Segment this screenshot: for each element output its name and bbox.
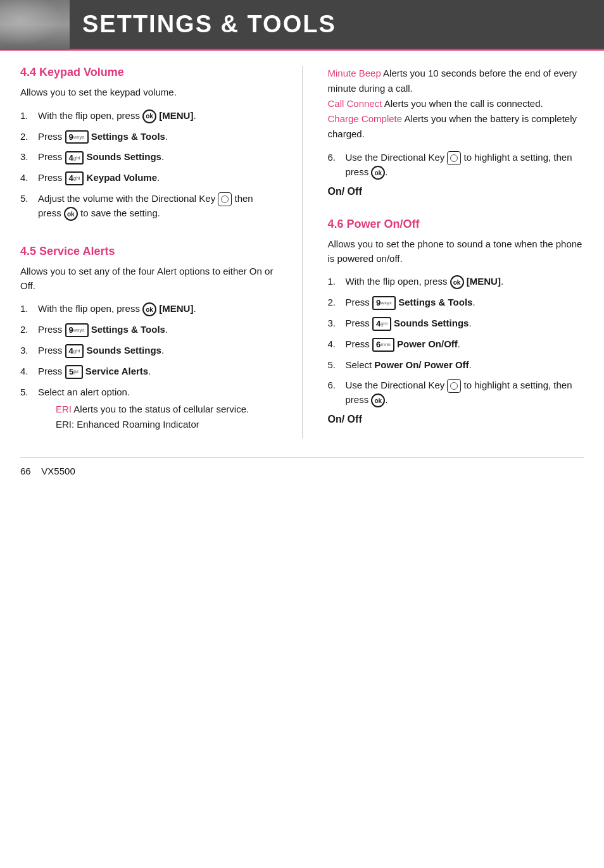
page-header: SETTINGS & TOOLS <box>0 0 604 51</box>
right-column: Minute Beep Alerts you 10 seconds before… <box>328 66 584 438</box>
step-45-2: 2. Press 9wxyz Settings & Tools. <box>20 323 277 337</box>
step-44-5: 5. Adjust the volume with the Directiona… <box>20 192 277 221</box>
key-9-45-badge: 9wxyz <box>65 323 89 337</box>
key-6-46-badge: 6mno <box>372 338 394 352</box>
directional-icon-46-6 <box>447 379 461 393</box>
step-45-4: 4. Press 5jkl Service Alerts. <box>20 364 277 379</box>
ok-icon-45-1: ok <box>142 302 156 316</box>
section-45-continuation: Minute Beep Alerts you 10 seconds before… <box>328 66 584 142</box>
ok-icon-46-6: ok <box>371 394 385 407</box>
section-45-heading: 4.5 Service Alerts <box>20 245 277 258</box>
section-46-desc: Allows you to set the phone to sound a t… <box>328 237 584 266</box>
step-44-3: 3. Press 4ghi Sounds Settings. <box>20 150 277 164</box>
section-44-desc: Allows you to set the keypad volume. <box>20 85 277 100</box>
section-46: 4.6 Power On/Off Allows you to set the p… <box>328 218 584 425</box>
key-4b-badge: 4ghi <box>65 171 84 185</box>
section-45-step6-list: 6. Use the Directional Key to highlight … <box>328 151 584 180</box>
key-4-46-badge: 4ghi <box>372 317 391 331</box>
header-image <box>0 0 70 50</box>
section-44-heading: 4.4 Keypad Volume <box>20 66 277 79</box>
step-44-4: 4. Press 4ghi Keypad Volume. <box>20 171 277 185</box>
alert-block: ERI Alerts you to the status of cellular… <box>56 402 277 432</box>
main-content: 4.4 Keypad Volume Allows you to set the … <box>0 51 604 457</box>
key-4-45-badge: 4ghi <box>65 344 84 358</box>
key-4-badge: 4ghi <box>65 151 84 165</box>
section-45: 4.5 Service Alerts Allows you to set any… <box>20 245 277 432</box>
directional-icon <box>218 192 232 206</box>
key-5-45-badge: 5jkl <box>65 365 83 379</box>
step-44-1: 1. With the flip open, press ok [MENU]. <box>20 109 277 123</box>
ok-icon: ok <box>142 109 156 123</box>
step-46-5: 5. Select Power On/ Power Off. <box>328 358 584 373</box>
section-45-steps: 1. With the flip open, press ok [MENU]. … <box>20 302 277 432</box>
on-off-46: On/ Off <box>328 414 584 425</box>
section-45-desc: Allows you to set any of the four Alert … <box>20 264 277 293</box>
section-44: 4.4 Keypad Volume Allows you to set the … <box>20 66 277 221</box>
page-title: SETTINGS & TOOLS <box>70 11 336 38</box>
call-connect-term: Call Connect <box>328 98 382 109</box>
section-46-heading: 4.6 Power On/Off <box>328 218 584 231</box>
step-46-3: 3. Press 4ghi Sounds Settings. <box>328 316 584 331</box>
on-off-45: On/ Off <box>328 186 584 197</box>
step-45-3: 3. Press 4ghi Sounds Settings. <box>20 344 277 358</box>
section-44-steps: 1. With the flip open, press ok [MENU]. … <box>20 109 277 221</box>
section-46-steps: 1. With the flip open, press ok [MENU]. … <box>328 275 584 407</box>
page-footer: 66 VX5500 <box>0 458 604 484</box>
step-44-2: 2. Press 9wxyz Settings & Tools. <box>20 130 277 144</box>
step-45-5: 5. Select an alert option. ERI Alerts yo… <box>20 385 277 433</box>
eri-term: ERI <box>56 404 72 414</box>
ok-icon-2: ok <box>64 207 78 221</box>
step-46-4: 4. Press 6mno Power On/Off. <box>328 337 584 352</box>
key-9-badge: 9wxyz <box>65 130 89 144</box>
key-9-46-badge: 9wxyz <box>372 296 396 310</box>
step-45-1: 1. With the flip open, press ok [MENU]. <box>20 302 277 316</box>
step-46-6: 6. Use the Directional Key to highlight … <box>328 378 584 407</box>
step-46-1: 1. With the flip open, press ok [MENU]. <box>328 275 584 289</box>
minute-beep-term: Minute Beep <box>328 68 381 78</box>
step-46-2: 2. Press 9wxyz Settings & Tools. <box>328 295 584 310</box>
ok-icon-45-6: ok <box>371 166 385 180</box>
left-column: 4.4 Keypad Volume Allows you to set the … <box>20 66 277 438</box>
column-separator <box>302 66 303 438</box>
step-45-6: 6. Use the Directional Key to highlight … <box>328 151 584 180</box>
ok-icon-46-1: ok <box>450 275 464 289</box>
model-name: VX5500 <box>41 466 75 476</box>
charge-complete-term: Charge Complete <box>328 113 403 124</box>
page-number: 66 <box>20 466 31 476</box>
directional-icon-45-6 <box>447 151 461 165</box>
